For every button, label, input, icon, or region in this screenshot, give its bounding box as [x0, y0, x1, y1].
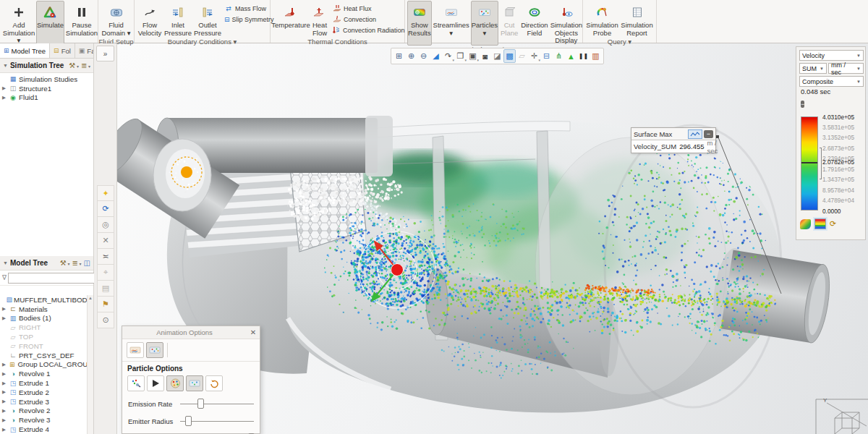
spin-center-button[interactable]: ✦	[97, 185, 114, 201]
appearance-gallery-button[interactable]: ▥	[590, 49, 602, 63]
filter-funnel-icon[interactable]: ∇	[2, 274, 7, 281]
tree-options-icon[interactable]: ◫	[84, 259, 90, 267]
slider-handle[interactable]	[197, 399, 204, 409]
tree-item[interactable]: ▶◳Extrude 2	[0, 388, 87, 397]
simulation-objects-display-button[interactable]: Simulation Objects Display	[550, 1, 583, 46]
tree-item[interactable]: ▶⊏Materials	[0, 305, 87, 314]
expand-caret-icon[interactable]: ▶	[2, 408, 9, 414]
show-results-button[interactable]: Show Results	[407, 1, 432, 46]
tree-item[interactable]: ▶◳Extrude 1	[0, 378, 87, 388]
fluid-domain-button[interactable]: Fluid Domain ▾	[101, 1, 132, 38]
expand-caret-icon[interactable]: ▶	[2, 380, 9, 386]
animation-options-dialog[interactable]: Animation Options ✕ Particle Options Emi…	[122, 326, 260, 434]
direction-field-button[interactable]: Direction Field	[520, 1, 549, 46]
simulation-probe-button[interactable]: Simulation Probe	[585, 1, 619, 38]
expand-caret-icon[interactable]: ▶	[2, 371, 9, 377]
refresh-view-button[interactable]: ⟳	[97, 201, 114, 217]
heat-flux-button[interactable]: Heat Flux	[331, 4, 403, 13]
heat-flow-button[interactable]: Heat Flow	[310, 1, 330, 38]
spin-center-toggle-button[interactable]: ⋔	[553, 49, 565, 63]
close-icon[interactable]: ✕	[247, 328, 260, 336]
expand-caret-icon[interactable]: ▶	[2, 85, 9, 91]
collapse-caret-icon[interactable]: ▼	[3, 260, 8, 265]
outlet-pressure-button[interactable]: Outlet Pressure	[193, 1, 222, 38]
section-view-button[interactable]: ◪	[491, 49, 503, 63]
expand-caret-icon[interactable]: ▶	[2, 427, 9, 433]
streamlines-button[interactable]: Streamlines ▾	[433, 1, 470, 46]
unit-dropdown[interactable]: mm / sec▼	[828, 63, 864, 74]
tag-leader-button[interactable]: ⚑	[97, 297, 114, 312]
animate-particles-button[interactable]	[146, 342, 163, 358]
probe-colors-icon[interactable]	[800, 219, 811, 229]
tree-settings-icon[interactable]: ⚒ ▾	[60, 259, 70, 267]
tree-item[interactable]: ▶◑Revolve 2	[0, 407, 87, 416]
annotation-display-button[interactable]: ⊟	[540, 49, 553, 63]
tree-scrollbar[interactable]: ▲	[87, 295, 93, 434]
section-tool-button[interactable]: ≍	[97, 249, 114, 265]
tab-fol[interactable]: ⊟Fol	[50, 43, 75, 58]
expand-caret-icon[interactable]: ▶	[2, 95, 9, 101]
tree-item[interactable]: ▱RIGHT	[0, 323, 87, 332]
particle-display-button[interactable]	[186, 375, 203, 391]
group-label-query[interactable]: Query ▾	[583, 38, 656, 46]
reset-particles-button[interactable]	[205, 375, 223, 391]
legend-display-icon[interactable]	[814, 218, 826, 229]
display-mode-dropdown[interactable]: Composite▼	[799, 76, 864, 87]
slider-handle[interactable]	[185, 416, 192, 426]
tree-item[interactable]: ▶⊞Group LOCAL_GROUP	[0, 360, 87, 370]
tree-item[interactable]: ∟PRT_CSYS_DEF	[0, 351, 87, 360]
tree-item[interactable]: ▱FRONT	[0, 341, 87, 351]
flow-velocity-button[interactable]: Flow Velocity	[137, 1, 163, 38]
tree-item[interactable]: ▶◉Fluid1	[0, 93, 93, 103]
expand-caret-icon[interactable]: ▶	[2, 362, 8, 367]
tree-item[interactable]: ▶◫Structure1	[0, 84, 93, 93]
play-animation-button[interactable]	[147, 375, 164, 391]
simulation-report-button[interactable]: Simulation Report	[620, 1, 654, 38]
inlet-pressure-button[interactable]: Inlet Pressure	[163, 1, 192, 38]
zoom-out-button[interactable]: ⊖	[417, 49, 430, 63]
zoom-refit-button[interactable]: ⊞	[393, 49, 405, 63]
mass-flow-button[interactable]: ⇄ Mass Flow	[223, 4, 268, 13]
slip-symmetry-button[interactable]: ⊟ Slip Symmetry	[223, 14, 268, 24]
probe-collapse-button[interactable]: −	[704, 130, 713, 138]
tree-item[interactable]: ▶◑Revolve 3	[0, 415, 87, 425]
convection-radiation-button[interactable]: Convection Radiation	[331, 25, 403, 35]
expand-caret-icon[interactable]: ▶	[2, 389, 9, 395]
simulate-preview-button[interactable]: ▲	[565, 49, 577, 63]
animate-streamlines-button[interactable]	[127, 342, 144, 358]
tree-item[interactable]: ▶◑Revolve 1	[0, 369, 87, 378]
component-dropdown[interactable]: SUM▼	[799, 63, 827, 74]
collapse-panel-button[interactable]: »	[96, 46, 114, 61]
expand-caret-icon[interactable]: ▶	[2, 399, 9, 404]
expand-caret-icon[interactable]: ▶	[2, 417, 9, 423]
datum-display-button[interactable]: ✛▾	[528, 49, 540, 63]
legend-collapse-button[interactable]: −	[801, 101, 804, 108]
expand-caret-icon[interactable]: ▶	[2, 315, 9, 321]
tab-fav[interactable]: ▣Fav	[75, 43, 93, 58]
saved-orientations-button[interactable]: ↷▾	[442, 49, 454, 63]
group-label-boundary[interactable]: Boundary Conditions ▾	[135, 38, 270, 46]
tab-model-tree[interactable]: ⊞Model Tree	[0, 43, 50, 58]
pin-save-button[interactable]: ⊙	[97, 312, 114, 328]
tree-columns-icon[interactable]: ≣ ▾	[81, 61, 90, 69]
convection-button[interactable]: Convection	[331, 14, 403, 24]
model-tree-header[interactable]: ▼ Model Tree ⚒ ▾ ≣ ▾ ◫	[0, 256, 93, 271]
temperature-button[interactable]: Temperature	[273, 1, 309, 38]
render-capture-button[interactable]: ◙	[479, 49, 491, 63]
dialog-titlebar[interactable]: Animation Options ✕	[122, 326, 260, 339]
tree-filter-input[interactable]	[8, 273, 97, 284]
color-scale-bar[interactable]	[801, 116, 818, 210]
display-style-button[interactable]: ▣▾	[467, 49, 479, 63]
tree-settings-icon[interactable]: ⚒ ▾	[69, 61, 79, 69]
tree-columns-icon[interactable]: ≣ ▾	[72, 259, 81, 267]
inlet-boundary-condition[interactable]	[171, 157, 202, 187]
emitter-radius-slider[interactable]	[180, 416, 254, 426]
pause-preview-button[interactable]: ❚❚	[577, 49, 590, 63]
tree-item[interactable]: ▶▥Bodies (1)	[0, 314, 87, 323]
zoom-in-button[interactable]: ⊕	[405, 49, 417, 63]
simulation-tree-header[interactable]: ▼ Simulation Tree ⚒ ▾ ≣ ▾	[0, 59, 93, 73]
repaint-button[interactable]: ◢	[430, 49, 442, 63]
locate-probe-button[interactable]: ◎	[97, 217, 114, 233]
emission-rate-slider[interactable]	[180, 399, 254, 409]
tree-item[interactable]: ▱TOP	[0, 332, 87, 341]
